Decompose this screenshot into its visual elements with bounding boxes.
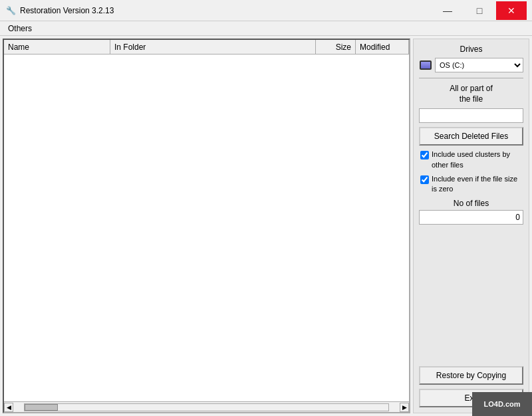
checkbox-include-zero-row: Include even if the file size is zero (419, 174, 523, 195)
scroll-thumb[interactable] (25, 404, 58, 411)
menu-others[interactable]: Others (3, 23, 37, 35)
close-button[interactable]: ✕ (496, 1, 527, 20)
horizontal-scrollbar[interactable]: ◀ ▶ (4, 401, 409, 412)
hdd-icon (420, 60, 432, 70)
divider-1 (419, 78, 523, 78)
no-files-section: No of files 0 (419, 199, 523, 225)
col-header-name[interactable]: Name (4, 40, 110, 54)
col-header-size[interactable]: Size (316, 40, 356, 54)
restore-by-copying-button[interactable]: Restore by Copying (419, 366, 523, 385)
window-title: Restoration Version 3.2.13 (20, 6, 432, 15)
watermark: LO4D.com (472, 392, 532, 416)
no-files-value: 0 (419, 210, 523, 225)
filter-title: All or part of the file (450, 84, 493, 104)
scroll-track[interactable] (24, 403, 389, 411)
drive-select[interactable]: OS (C:) D: E: (435, 58, 523, 72)
main-container: Name In Folder Size Modified ◀ ▶ Drives (0, 36, 532, 416)
include-zero-label: Include even if the file size is zero (432, 174, 522, 195)
drive-icon (419, 59, 432, 71)
scroll-right-btn[interactable]: ▶ (400, 403, 409, 412)
drives-label: Drives (460, 45, 482, 54)
include-zero-checkbox[interactable] (420, 175, 429, 184)
table-header: Name In Folder Size Modified (4, 40, 409, 54)
file-panel: Name In Folder Size Modified ◀ ▶ (3, 39, 410, 413)
file-table-body (4, 54, 409, 401)
title-bar: 🔧 Restoration Version 3.2.13 — □ ✕ (0, 0, 532, 21)
file-filter-input[interactable] (419, 108, 523, 123)
include-used-label: Include used clusters by other files (432, 150, 522, 170)
scroll-left-btn[interactable]: ◀ (4, 403, 13, 412)
menu-bar: Others (0, 21, 532, 36)
minimize-button[interactable]: — (432, 1, 463, 20)
window-controls: — □ ✕ (432, 1, 527, 20)
app-icon: 🔧 (5, 5, 16, 16)
maximize-button[interactable]: □ (464, 1, 495, 20)
drive-row: OS (C:) D: E: (419, 58, 523, 72)
no-files-label: No of files (454, 199, 489, 208)
col-header-modified[interactable]: Modified (356, 40, 409, 54)
include-used-checkbox[interactable] (420, 151, 429, 159)
right-panel: Drives OS (C:) D: E: All or part of the … (413, 39, 529, 413)
checkbox-include-used-row: Include used clusters by other files (419, 150, 523, 170)
search-deleted-files-button[interactable]: Search Deleted Files (419, 127, 523, 146)
col-header-folder[interactable]: In Folder (110, 40, 316, 54)
